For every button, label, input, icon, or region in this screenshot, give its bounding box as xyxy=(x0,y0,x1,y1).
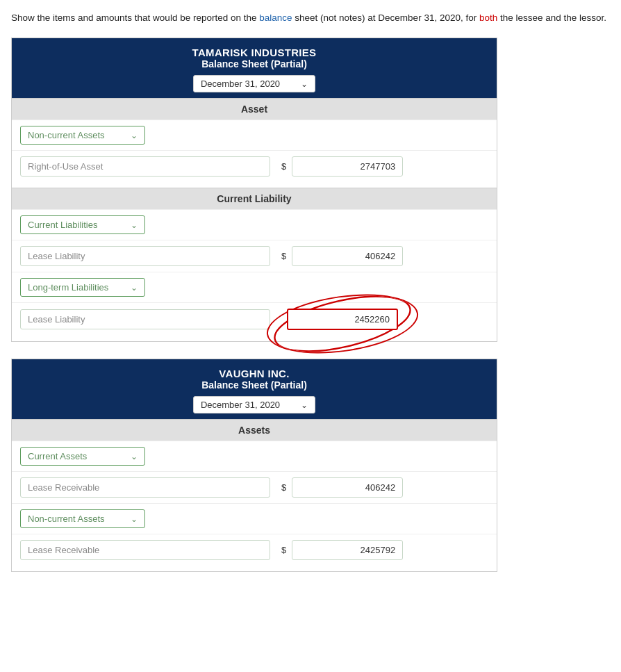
current-liability-header: Current Liability xyxy=(12,188,497,209)
current-liabilities-row: Current Liabilities ⌄ xyxy=(12,209,497,240)
tamarisk-header: TAMARISK INDUSTRIES Balance Sheet (Parti… xyxy=(12,38,497,98)
vaughn-header: VAUGHN INC. Balance Sheet (Partial) Dece… xyxy=(12,359,497,419)
vaughn-balance-sheet: VAUGHN INC. Balance Sheet (Partial) Dece… xyxy=(11,359,497,572)
lease-receivable-lt-value[interactable]: 2425792 xyxy=(292,540,403,560)
lease-liability-current-label: Lease Liability xyxy=(20,246,270,266)
longterm-liabilities-row: Long-term Liabilities ⌄ xyxy=(12,272,497,302)
llc-dollar-sign: $ xyxy=(281,251,286,261)
vaughn-sheet-title: Balance Sheet (Partial) xyxy=(19,379,490,391)
current-liabilities-chevron-icon: ⌄ xyxy=(131,220,138,230)
tamarisk-date-dropdown[interactable]: December 31, 2020 ⌄ xyxy=(193,75,315,92)
vaughn-noncurrent-assets-row: Non-current Assets ⌄ xyxy=(12,503,497,534)
noncurrent-assets-chevron-icon: ⌄ xyxy=(131,131,138,140)
tamarisk-sheet-title: Balance Sheet (Partial) xyxy=(19,58,490,69)
longterm-liabilities-dropdown[interactable]: Long-term Liabilities ⌄ xyxy=(20,278,145,297)
lease-receivable-lt-label: Lease Receivable xyxy=(20,540,270,560)
noncurrent-assets-dropdown[interactable]: Non-current Assets ⌄ xyxy=(20,126,145,145)
balance-word: balance xyxy=(259,13,292,23)
tamarisk-company-name: TAMARISK INDUSTRIES xyxy=(19,47,490,58)
longterm-liabilities-chevron-icon: ⌄ xyxy=(131,283,138,293)
noncurrent-assets-label: Non-current Assets xyxy=(28,130,105,140)
tamarisk-chevron-icon: ⌄ xyxy=(301,79,308,89)
vaughn-company-name: VAUGHN INC. xyxy=(19,368,490,379)
tamarisk-date-value: December 31, 2020 xyxy=(201,79,280,89)
lease-liability-current-row: Lease Liability $ 406242 xyxy=(12,240,497,272)
lease-receivable-lt-row: Lease Receivable $ 2425792 xyxy=(12,534,497,566)
vaughn-date-dropdown[interactable]: December 31, 2020 ⌄ xyxy=(193,396,315,413)
lease-liability-lt-label: Lease Liability xyxy=(20,309,270,329)
assets-section-header: Assets xyxy=(12,419,497,441)
lease-liability-lt-value[interactable]: 2452260 xyxy=(287,309,398,330)
current-liabilities-label: Current Liabilities xyxy=(28,220,97,230)
noncurrent-assets-row: Non-current Assets ⌄ xyxy=(12,120,497,150)
lrlt-dollar-sign: $ xyxy=(281,545,286,555)
current-assets-row: Current Assets ⌄ xyxy=(12,441,497,471)
vaughn-chevron-icon: ⌄ xyxy=(301,400,308,410)
current-liabilities-dropdown[interactable]: Current Liabilities ⌄ xyxy=(20,215,145,234)
right-of-use-value[interactable]: 2747703 xyxy=(292,156,403,177)
lease-receivable-current-row: Lease Receivable $ 406242 xyxy=(12,471,497,503)
lease-liability-lt-wrapper: 2452260 xyxy=(287,309,398,330)
lease-liability-lt-row: Lease Liability 2452260 xyxy=(12,302,497,336)
vaughn-noncurrent-assets-dropdown[interactable]: Non-current Assets ⌄ xyxy=(20,509,145,528)
lease-liability-current-value[interactable]: 406242 xyxy=(292,246,403,266)
both-word: both xyxy=(479,13,497,23)
right-of-use-row: Right-of-Use Asset $ 2747703 xyxy=(12,150,497,182)
vaughn-noncurrent-assets-label: Non-current Assets xyxy=(28,514,105,524)
asset-section-header: Asset xyxy=(12,98,497,120)
current-assets-chevron-icon: ⌄ xyxy=(131,452,138,461)
right-of-use-label: Right-of-Use Asset xyxy=(20,156,270,177)
lease-receivable-current-value[interactable]: 406242 xyxy=(292,477,403,498)
intro-paragraph: Show the items and amounts that would be… xyxy=(11,11,610,25)
vaughn-date-value: December 31, 2020 xyxy=(201,400,280,410)
rou-dollar-sign: $ xyxy=(281,161,286,172)
current-assets-label: Current Assets xyxy=(28,451,87,461)
lease-receivable-current-label: Lease Receivable xyxy=(20,477,270,498)
current-assets-dropdown[interactable]: Current Assets ⌄ xyxy=(20,447,145,466)
tamarisk-balance-sheet: TAMARISK INDUSTRIES Balance Sheet (Parti… xyxy=(11,38,497,342)
longterm-liabilities-label: Long-term Liabilities xyxy=(28,282,108,293)
vaughn-noncurrent-chevron-icon: ⌄ xyxy=(131,514,138,524)
lrc-dollar-sign: $ xyxy=(281,482,286,493)
